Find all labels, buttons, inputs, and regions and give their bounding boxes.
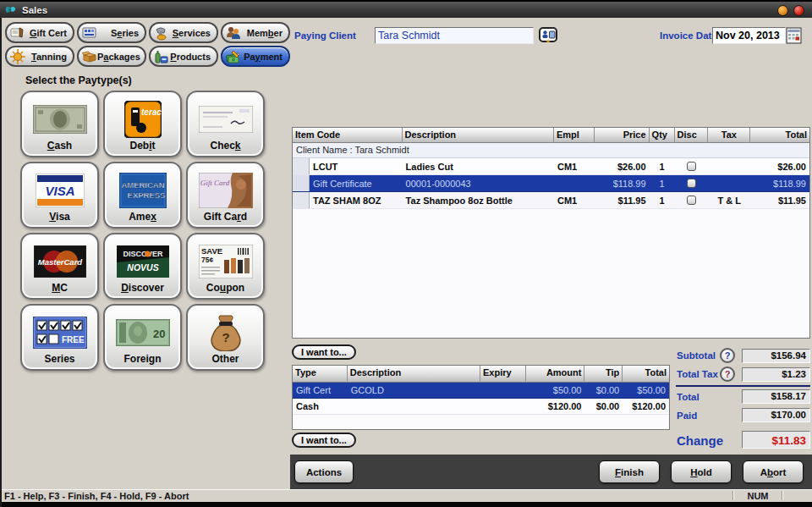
- paytype-cash-label: Cash: [47, 140, 72, 152]
- nav-services-button[interactable]: Services: [149, 22, 218, 43]
- series-icon: [82, 25, 97, 41]
- row-indicator: [293, 158, 310, 174]
- svg-text:FREE: FREE: [62, 335, 85, 344]
- paying-client-input[interactable]: [375, 27, 534, 44]
- cell-qty: 1: [650, 162, 675, 172]
- cell-price: $118.99: [595, 179, 650, 189]
- invoice-table-header: Item Code Description Empl Price Qty Dis…: [293, 128, 809, 143]
- paytype-series-button[interactable]: FREE Series: [20, 304, 99, 371]
- paytype-visa-label: Visa: [49, 211, 69, 223]
- paytype-debit-button[interactable]: terac Debit: [103, 91, 182, 157]
- row-indicator: [293, 192, 310, 208]
- nav-tanning-button[interactable]: Tanning: [5, 46, 74, 67]
- nav-series-button[interactable]: Series: [77, 22, 146, 43]
- payment-table-header: Type Description Expiry Amount Tip Total: [293, 366, 669, 383]
- col-expiry: Expiry: [480, 366, 526, 383]
- paytype-amex-button[interactable]: AMERICANEXPRESS Amex: [103, 162, 182, 229]
- cell-type: Cash: [293, 401, 348, 411]
- paytype-visa-button[interactable]: VISA Visa: [20, 162, 99, 229]
- paytype-other-button[interactable]: ? Other: [186, 304, 265, 371]
- invoice-date-input[interactable]: [712, 27, 786, 44]
- minimize-button[interactable]: [777, 5, 788, 16]
- nav-member-button[interactable]: Member: [221, 22, 290, 43]
- paytype-check-button[interactable]: Check: [186, 91, 265, 157]
- nav-payment-button[interactable]: Payment: [221, 46, 290, 67]
- cell-total: $26.00: [750, 162, 809, 172]
- client-card-button[interactable]: [538, 25, 559, 45]
- col-type: Type: [293, 366, 348, 383]
- foreign-bill-icon: 20: [116, 311, 170, 353]
- interac-icon: terac: [124, 98, 162, 140]
- invoice-row-taz-sham[interactable]: TAZ SHAM 8OZ Taz Shampoo 8oz Bottle CM1 …: [293, 192, 809, 209]
- nav-products-button[interactable]: Products: [149, 46, 218, 67]
- nav-gift-cert-button[interactable]: Gift Cert: [5, 22, 74, 43]
- products-icon: [154, 49, 169, 64]
- paytype-foreign-button[interactable]: 20 Foreign: [103, 304, 182, 371]
- svg-text:SAVE: SAVE: [201, 246, 222, 256]
- change-value: $11.83: [742, 431, 810, 449]
- totals-divider: [676, 385, 810, 387]
- cell-amount: $50.00: [526, 385, 585, 395]
- payment-row-gift-cert[interactable]: Gift Cert GCOLD $50.00 $0.00 $50.00: [293, 383, 669, 399]
- col-description: Description: [403, 128, 554, 143]
- paid-value: $170.00: [742, 408, 810, 422]
- cell-description: 00001-0000043: [403, 179, 554, 189]
- svg-text:75¢: 75¢: [201, 256, 213, 264]
- nav-packages-button[interactable]: Packages: [77, 46, 146, 67]
- payment-row-cash[interactable]: Cash $120.00 $0.00 $120.00: [293, 399, 669, 415]
- disc-checkbox[interactable]: [687, 179, 696, 188]
- actions-button[interactable]: Actions: [294, 460, 354, 483]
- nav-tanning-label: Tanning: [31, 52, 67, 62]
- discover-icon: DISCOVERNOVUS: [117, 240, 169, 282]
- tanning-icon: [10, 49, 25, 64]
- total-label: Total: [677, 392, 700, 402]
- paytype-coupon-button[interactable]: SAVE75¢ Coupon: [186, 233, 265, 300]
- finish-button[interactable]: Finish: [599, 460, 660, 483]
- svg-text:Gift Card: Gift Card: [200, 179, 229, 187]
- col-tip: Tip: [584, 366, 623, 383]
- cell-qty: 1: [650, 196, 675, 206]
- gift-card-icon: Gift Card: [199, 169, 253, 211]
- invoice-row-gift-certificate[interactable]: Gift Certificate 00001-0000043 $118.99 1…: [293, 175, 809, 192]
- titlebar: Sales: [0, 0, 812, 18]
- cell-qty: 1: [650, 179, 675, 189]
- cell-amount: $120.00: [526, 401, 585, 411]
- col-disc: Disc: [675, 128, 709, 143]
- nav-gift-cert-label: Gift Cert: [30, 28, 67, 38]
- payment-icon: [226, 49, 241, 64]
- invoice-row-lcut[interactable]: LCUT Ladies Cut CM1 $26.00 1 $26.00: [293, 158, 809, 175]
- paytype-cash-button[interactable]: Cash: [20, 91, 99, 157]
- status-bar: F1 - Help, F3 - Finish, F4 - Hold, F9 - …: [0, 489, 812, 502]
- money-bag-icon: ?: [206, 311, 245, 353]
- i-want-to-button-top[interactable]: I want to...: [292, 344, 356, 360]
- i-want-to-button-bottom[interactable]: I want to...: [292, 433, 356, 448]
- subtotal-help-button[interactable]: ?: [720, 348, 735, 363]
- nav-payment-label: Payment: [244, 52, 283, 62]
- nav-packages-label: Packages: [97, 52, 140, 62]
- calendar-button[interactable]: [786, 27, 802, 44]
- client-card-icon: [538, 25, 559, 45]
- payment-table: Type Description Expiry Amount Tip Total…: [292, 365, 670, 430]
- svg-text:?: ?: [222, 330, 229, 344]
- hold-button[interactable]: Hold: [671, 460, 732, 483]
- paytype-mc-button[interactable]: MasterCard MC: [20, 233, 99, 300]
- abort-button[interactable]: Abort: [743, 460, 804, 483]
- member-icon: [226, 25, 241, 41]
- paytype-gift-card-button[interactable]: Gift Card Gift Card: [186, 162, 265, 229]
- subtotal-value: $156.94: [742, 349, 810, 363]
- paytype-discover-button[interactable]: DISCOVERNOVUS Discover: [103, 233, 182, 300]
- close-button[interactable]: [793, 5, 804, 16]
- packages-icon: [82, 49, 97, 64]
- client-group-row: Client Name : Tara Schmidt: [293, 143, 809, 158]
- cell-description: Taz Shampoo 8oz Bottle: [403, 196, 554, 206]
- check-icon: [199, 98, 253, 140]
- paytype-check-label: Check: [210, 140, 240, 152]
- total-tax-help-button[interactable]: ?: [720, 366, 735, 382]
- cell-price: $11.95: [595, 196, 650, 206]
- svg-text:terac: terac: [141, 107, 162, 117]
- disc-checkbox[interactable]: [687, 162, 696, 171]
- disc-checkbox[interactable]: [687, 196, 696, 205]
- col-amount: Amount: [526, 366, 585, 383]
- svg-text:VISA: VISA: [45, 184, 74, 198]
- cell-total: $120.00: [623, 401, 669, 411]
